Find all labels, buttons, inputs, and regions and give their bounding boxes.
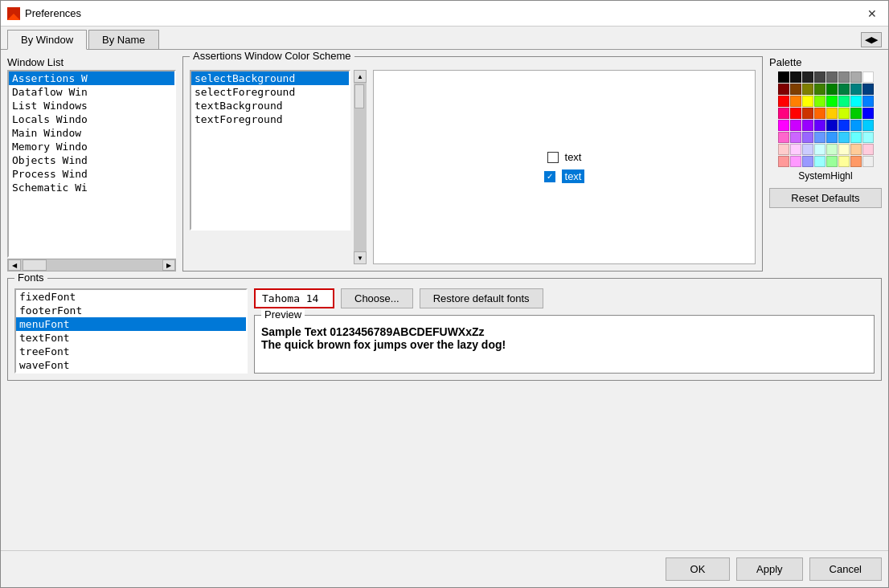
palette-cell[interactable] (814, 144, 826, 155)
palette-cell[interactable] (790, 144, 801, 155)
cancel-button[interactable]: Cancel (809, 557, 882, 581)
palette-cell[interactable] (850, 108, 862, 119)
choose-font-button[interactable]: Choose... (341, 288, 413, 308)
palette-cell[interactable] (778, 108, 789, 119)
palette-cell[interactable] (778, 120, 789, 131)
apply-button[interactable]: Apply (736, 557, 803, 581)
palette-cell[interactable] (802, 144, 813, 155)
window-list-item[interactable]: Main Window (9, 126, 174, 140)
window-list-item[interactable]: Memory Windo (9, 140, 174, 153)
palette-cell[interactable] (850, 96, 862, 107)
palette-cell[interactable] (790, 108, 801, 119)
scheme-list-item[interactable]: selectBackground (191, 71, 349, 85)
palette-cell[interactable] (838, 71, 850, 83)
palette-cell[interactable] (850, 84, 862, 95)
palette-cell[interactable] (850, 156, 862, 167)
palette-cell[interactable] (838, 96, 850, 107)
palette-cell[interactable] (790, 156, 801, 167)
palette-cell[interactable] (862, 84, 874, 95)
palette-cell[interactable] (838, 132, 850, 143)
fonts-listbox[interactable]: fixedFontfooterFontmenuFonttextFonttreeF… (14, 288, 248, 374)
palette-cell[interactable] (790, 84, 801, 95)
palette-cell[interactable] (802, 71, 813, 83)
palette-cell[interactable] (862, 108, 874, 119)
palette-cell[interactable] (790, 120, 801, 131)
palette-cell[interactable] (802, 120, 813, 131)
scroll-track[interactable] (21, 259, 162, 271)
scheme-scroll-up[interactable]: ▲ (354, 70, 367, 83)
scheme-list-inner[interactable]: selectBackgroundselectForegroundtextBack… (191, 71, 349, 229)
scheme-scroll-track[interactable] (354, 83, 367, 251)
palette-cell[interactable] (826, 108, 838, 119)
window-list-item[interactable]: Process Wind (9, 167, 174, 181)
palette-cell[interactable] (802, 132, 813, 143)
palette-cell[interactable] (778, 132, 789, 143)
palette-cell[interactable] (850, 71, 862, 83)
scroll-right-arrow[interactable]: ▶ (162, 259, 175, 271)
palette-cell[interactable] (838, 144, 850, 155)
palette-cell[interactable] (838, 84, 850, 95)
collapse-button[interactable]: ◀▶ (861, 32, 882, 47)
fonts-list-item[interactable]: fixedFont (16, 290, 246, 304)
scheme-list-item[interactable]: selectForeground (191, 85, 349, 99)
palette-cell[interactable] (826, 120, 838, 131)
palette-cell[interactable] (778, 71, 789, 83)
scheme-list-item[interactable]: textBackground (191, 99, 349, 112)
palette-cell[interactable] (862, 144, 874, 155)
palette-cell[interactable] (850, 132, 862, 143)
ok-button[interactable]: OK (666, 557, 730, 581)
palette-cell[interactable] (862, 96, 874, 107)
palette-cell[interactable] (814, 156, 826, 167)
window-list-inner[interactable]: Assertions WDataflow WinList WindowsLoca… (9, 71, 174, 256)
palette-cell[interactable] (778, 156, 789, 167)
palette-cell[interactable] (814, 120, 826, 131)
palette-cell[interactable] (826, 156, 838, 167)
scheme-scroll-thumb[interactable] (354, 84, 364, 108)
scroll-left-arrow[interactable]: ◀ (8, 259, 21, 271)
palette-cell[interactable] (850, 120, 862, 131)
scheme-scroll-down[interactable]: ▼ (354, 251, 367, 264)
palette-cell[interactable] (826, 144, 838, 155)
palette-cell[interactable] (862, 132, 874, 143)
fonts-list-item[interactable]: footerFont (16, 304, 246, 317)
palette-cell[interactable] (826, 71, 838, 83)
palette-cell[interactable] (862, 71, 874, 83)
palette-cell[interactable] (802, 84, 813, 95)
scheme-list-item[interactable]: textForeground (191, 112, 349, 126)
palette-cell[interactable] (838, 120, 850, 131)
palette-cell[interactable] (814, 71, 826, 83)
window-list-item[interactable]: Objects Wind (9, 153, 174, 167)
palette-cell[interactable] (826, 96, 838, 107)
palette-cell[interactable] (838, 156, 850, 167)
fonts-list-item[interactable]: waveFont (16, 358, 246, 372)
palette-cell[interactable] (814, 96, 826, 107)
palette-cell[interactable] (814, 108, 826, 119)
fonts-list-item[interactable]: treeFont (16, 345, 246, 358)
window-list-item[interactable]: Locals Windo (9, 112, 174, 126)
palette-cell[interactable] (862, 156, 874, 167)
fonts-list-item[interactable]: menuFont (16, 317, 246, 331)
palette-cell[interactable] (778, 96, 789, 107)
palette-cell[interactable] (814, 84, 826, 95)
palette-cell[interactable] (826, 84, 838, 95)
window-list-item[interactable]: Schematic Wi (9, 181, 174, 194)
tab-by-name[interactable]: By Name (88, 30, 158, 49)
window-list-item[interactable]: List Windows (9, 99, 174, 112)
palette-cell[interactable] (778, 144, 789, 155)
scheme-listbox[interactable]: selectBackgroundselectForegroundtextBack… (190, 70, 350, 231)
fonts-list-item[interactable]: textFont (16, 331, 246, 345)
palette-cell[interactable] (790, 96, 801, 107)
palette-cell[interactable] (802, 108, 813, 119)
reset-defaults-button[interactable]: Reset Defaults (769, 188, 882, 208)
palette-cell[interactable] (850, 144, 862, 155)
palette-cell[interactable] (826, 132, 838, 143)
palette-cell[interactable] (802, 96, 813, 107)
palette-cell[interactable] (802, 156, 813, 167)
palette-cell[interactable] (790, 71, 801, 83)
close-button[interactable]: ✕ (862, 4, 882, 23)
palette-cell[interactable] (778, 84, 789, 95)
tab-by-window[interactable]: By Window (7, 30, 87, 50)
palette-cell[interactable] (862, 120, 874, 131)
palette-cell[interactable] (814, 132, 826, 143)
window-list-item[interactable]: Assertions W (9, 71, 174, 85)
